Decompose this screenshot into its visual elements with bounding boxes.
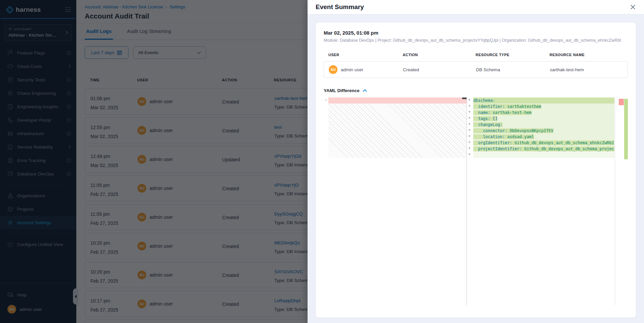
event-action: Created — [403, 67, 476, 72]
event-meta: Module: Database DevOps | Project: Githu… — [324, 38, 628, 43]
yaml-line: projectIdentifier: Github_db_devops_aut_… — [473, 146, 614, 152]
col-header-resource-name: RESOURCE NAME — [550, 53, 628, 57]
close-icon[interactable] — [630, 4, 636, 10]
col-header-action: ACTION — [403, 53, 476, 57]
overview-ruler-removed — [619, 99, 624, 105]
event-table-header: USER ACTION RESOURCE TYPE RESOURCE NAME — [324, 53, 628, 57]
diff-removed-gutter: − — [324, 97, 328, 104]
drawer-title: Event Summary — [316, 3, 630, 11]
yaml-line — [473, 152, 614, 158]
yaml-line: location: asdsad.yaml — [473, 134, 614, 140]
yaml-line: dbschema: — [473, 97, 614, 104]
overview-ruler-added[interactable] — [624, 99, 628, 159]
yaml-difference-label: YAML Difference — [324, 88, 360, 93]
app-root: harness ACCOUNT Abhinav - Kitchen Sin… F… — [0, 0, 644, 323]
diff-right-pane: dbschema: identifier: sarthaktesthem nam… — [473, 97, 614, 158]
event-card: Mar 02, 2025, 01:08 pm Module: Database … — [316, 23, 636, 318]
yaml-line: tags: [] — [473, 116, 614, 122]
diff-left-pane — [328, 97, 467, 158]
chevron-up-icon[interactable] — [363, 89, 367, 92]
event-summary-drawer: Event Summary Mar 02, 2025, 01:08 pm Mod… — [308, 0, 644, 323]
yaml-diff-editor[interactable]: − ++++++++++ dbschema: identifier: sarth… — [324, 97, 628, 305]
yaml-line: identifier: sarthaktesthem — [473, 104, 614, 110]
diff-divider — [467, 97, 467, 305]
col-header-user: USER — [328, 53, 403, 57]
event-table-row: AUadmin user Created DB Schema sarthak-t… — [324, 61, 628, 78]
drawer-header: Event Summary — [308, 0, 644, 14]
diff-placeholder-hatch — [328, 104, 467, 158]
yaml-line: orgIdentifier: Github_db_devops_aut_db_s… — [473, 140, 614, 146]
yaml-line: changeLog: — [473, 122, 614, 128]
user-avatar: AU — [329, 65, 337, 74]
diff-corner-marker — [462, 97, 467, 99]
event-timestamp: Mar 02, 2025, 01:08 pm — [324, 30, 628, 36]
yaml-line: name: sarthak-test-hem — [473, 110, 614, 116]
event-user: AUadmin user — [329, 65, 403, 74]
event-resource-type: DB Schema — [476, 67, 550, 72]
event-resource-name: sarthak-test-hem — [550, 67, 628, 72]
yaml-difference-header[interactable]: YAML Difference — [324, 88, 628, 93]
diff-added-gutter: ++++++++++ — [468, 97, 473, 158]
diff-removed-line — [328, 97, 467, 104]
yaml-line: connector: DbDevopsoBKpcpIfEV — [473, 128, 614, 134]
diff-right-edge — [615, 97, 615, 305]
col-header-resource-type: RESOURCE TYPE — [476, 53, 550, 57]
